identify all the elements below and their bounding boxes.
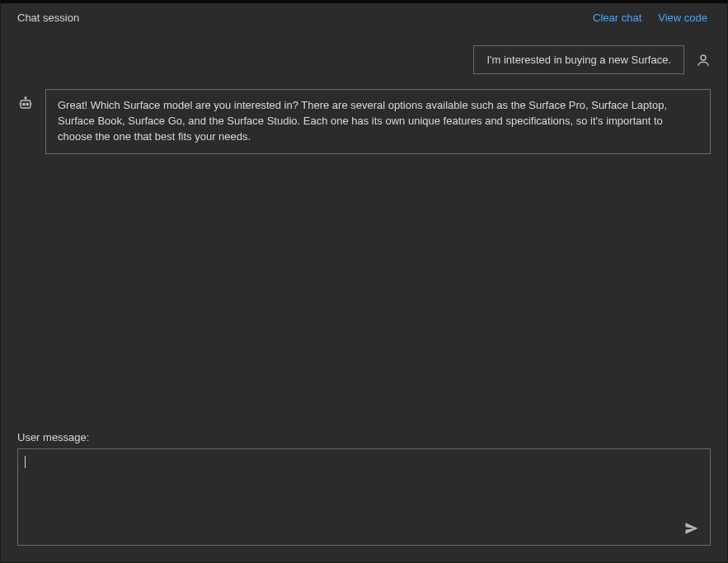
svg-point-0: [701, 55, 706, 60]
user-message-row: I'm interested in buying a new Surface.: [17, 45, 711, 74]
view-code-link[interactable]: View code: [658, 12, 707, 24]
bot-message-bubble: Great! Which Surface model are you inter…: [45, 89, 711, 154]
text-cursor: [25, 456, 26, 468]
page-title: Chat session: [17, 12, 79, 24]
header-actions: Clear chat View code: [593, 12, 707, 24]
clear-chat-link[interactable]: Clear chat: [593, 12, 641, 24]
send-button[interactable]: [683, 520, 700, 537]
user-message-input[interactable]: [18, 449, 710, 545]
bot-icon: [17, 96, 34, 112]
bot-message-row: Great! Which Surface model are you inter…: [17, 89, 711, 154]
chat-area: I'm interested in buying a new Surface.: [1, 32, 727, 431]
input-wrapper: [17, 448, 711, 546]
svg-point-3: [26, 103, 28, 105]
svg-rect-1: [21, 101, 31, 108]
svg-point-2: [23, 103, 25, 105]
header: Chat session Clear chat View code: [1, 3, 727, 32]
chat-window: Chat session Clear chat View code I'm in…: [0, 0, 728, 563]
input-label: User message:: [17, 431, 711, 443]
user-icon: [696, 53, 711, 68]
user-message-bubble: I'm interested in buying a new Surface.: [473, 45, 684, 74]
input-area: User message:: [1, 431, 727, 562]
